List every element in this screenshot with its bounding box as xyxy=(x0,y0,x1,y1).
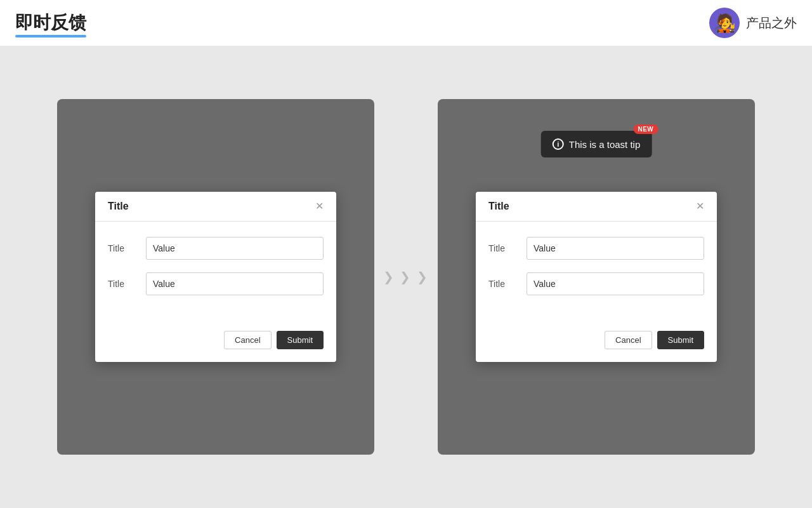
left-modal-body: Title Title xyxy=(95,222,336,323)
toast: i This is a toast tip NEW xyxy=(541,131,652,157)
right-submit-button[interactable]: Submit xyxy=(657,331,704,349)
avatar: 🧑‍🎤 xyxy=(709,8,740,38)
main-content: Title ✕ Title Title Cancel Submit ❯ ❯ ❯ xyxy=(0,46,812,508)
right-modal-header: Title ✕ xyxy=(476,192,717,222)
right-modal-close-button[interactable]: ✕ xyxy=(696,201,704,211)
toast-info-icon: i xyxy=(553,138,564,150)
toast-container: i This is a toast tip NEW xyxy=(541,131,652,157)
left-form-row-1: Title xyxy=(108,237,324,260)
right-modal-title: Title xyxy=(488,201,509,212)
right-modal-body: Title Title xyxy=(476,222,717,323)
left-submit-button[interactable]: Submit xyxy=(277,331,324,349)
right-demo-panel: i This is a toast tip NEW Title ✕ Title xyxy=(438,99,755,455)
right-field-label-2: Title xyxy=(488,279,527,289)
left-demo-panel: Title ✕ Title Title Cancel Submit xyxy=(57,99,374,455)
toast-text: This is a toast tip xyxy=(569,139,641,150)
left-modal-footer: Cancel Submit xyxy=(95,323,336,362)
left-field-input-2[interactable] xyxy=(146,272,324,295)
right-form-row-2: Title xyxy=(488,272,704,295)
right-modal-footer: Cancel Submit xyxy=(476,323,717,362)
left-form-row-2: Title xyxy=(108,272,324,295)
right-form-row-1: Title xyxy=(488,237,704,260)
left-modal-title: Title xyxy=(108,201,129,212)
header: 即时反馈 🧑‍🎤 产品之外 xyxy=(0,0,812,46)
right-cancel-button[interactable]: Cancel xyxy=(605,331,652,349)
left-field-label-2: Title xyxy=(108,279,146,289)
toast-badge: NEW xyxy=(633,124,658,134)
brand: 🧑‍🎤 产品之外 xyxy=(709,8,797,38)
left-cancel-button[interactable]: Cancel xyxy=(224,331,271,349)
right-field-input-1[interactable] xyxy=(527,237,704,260)
right-field-label-1: Title xyxy=(488,243,527,253)
left-modal: Title ✕ Title Title Cancel Submit xyxy=(95,192,336,362)
right-field-input-2[interactable] xyxy=(527,272,704,295)
left-field-label-1: Title xyxy=(108,243,146,253)
brand-name: 产品之外 xyxy=(746,15,797,32)
right-panel-wrapper: i This is a toast tip NEW Title ✕ Title xyxy=(438,99,755,455)
left-modal-header: Title ✕ xyxy=(95,192,336,222)
left-modal-close-button[interactable]: ✕ xyxy=(315,201,324,211)
left-field-input-1[interactable] xyxy=(146,237,324,260)
arrow-connector: ❯ ❯ ❯ xyxy=(374,269,438,284)
right-modal: Title ✕ Title Title Cancel Submit xyxy=(476,192,717,362)
page-title: 即时反馈 xyxy=(15,11,86,35)
